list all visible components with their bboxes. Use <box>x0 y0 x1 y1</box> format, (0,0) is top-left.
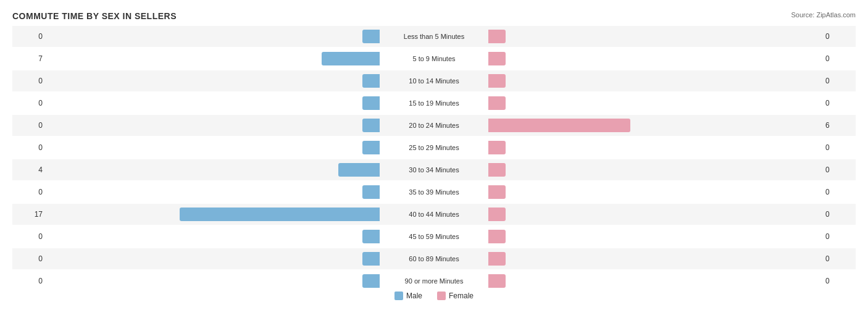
male-bar <box>362 274 380 288</box>
female-bar <box>488 252 506 266</box>
chart-row: 015 to 19 Minutes0 <box>12 93 856 114</box>
bar-label: 35 to 39 Minutes <box>409 188 459 196</box>
female-bar <box>488 74 506 88</box>
female-bar <box>488 52 506 65</box>
female-value: 0 <box>822 166 856 174</box>
chart-row: 0Less than 5 Minutes0 <box>12 26 856 47</box>
bar-label: 90 or more Minutes <box>405 277 464 285</box>
chart-container: COMMUTE TIME BY SEX IN SELLERS Source: Z… <box>0 0 868 323</box>
chart-row: 010 to 14 Minutes0 <box>12 70 856 91</box>
bar-label: 45 to 59 Minutes <box>409 233 459 240</box>
female-value: 0 <box>822 254 856 263</box>
female-value: 0 <box>822 54 856 63</box>
bar-section: 10 to 14 Minutes <box>46 70 822 91</box>
chart-row: 1740 to 44 Minutes0 <box>12 204 856 225</box>
bar-section: 25 to 29 Minutes <box>46 137 822 158</box>
male-bar <box>180 208 380 221</box>
chart-area: 0Less than 5 Minutes075 to 9 Minutes0010… <box>12 26 856 279</box>
female-value: 0 <box>822 210 856 219</box>
male-bar <box>362 30 380 43</box>
bar-section: 35 to 39 Minutes <box>46 182 822 203</box>
male-bar <box>362 96 380 110</box>
female-bar <box>488 141 506 154</box>
chart-row: 045 to 59 Minutes0 <box>12 226 856 247</box>
legend-male-box <box>394 292 403 300</box>
male-value: 0 <box>12 121 46 130</box>
female-bar <box>488 119 630 132</box>
male-value: 0 <box>12 143 46 152</box>
chart-row: 060 to 89 Minutes0 <box>12 248 856 269</box>
bar-label: 25 to 29 Minutes <box>409 144 459 151</box>
male-bar <box>362 252 380 266</box>
male-bar <box>362 185 380 199</box>
bar-section: 5 to 9 Minutes <box>46 48 822 69</box>
female-value: 0 <box>822 77 856 85</box>
bar-label: 20 to 24 Minutes <box>409 122 459 129</box>
bar-label: 10 to 14 Minutes <box>409 77 459 85</box>
bar-section: 45 to 59 Minutes <box>46 226 822 247</box>
bar-label: Less than 5 Minutes <box>404 33 464 40</box>
chart-row: 090 or more Minutes0 <box>12 271 856 292</box>
female-value: 0 <box>822 232 856 241</box>
legend-male-label: Male <box>406 292 422 300</box>
female-value: 6 <box>822 121 856 130</box>
male-bar <box>362 141 380 154</box>
male-value: 0 <box>12 99 46 107</box>
female-value: 0 <box>822 32 856 41</box>
female-bar <box>488 163 506 177</box>
female-value: 0 <box>822 277 856 285</box>
source-label: Source: ZipAtlas.com <box>791 11 856 19</box>
male-bar <box>362 230 380 243</box>
bar-section: 30 to 34 Minutes <box>46 159 822 180</box>
legend-female-box <box>437 292 446 300</box>
chart-row: 025 to 29 Minutes0 <box>12 137 856 158</box>
female-value: 0 <box>822 99 856 107</box>
bar-section: 20 to 24 Minutes <box>46 115 822 136</box>
female-bar-wrap <box>434 119 630 132</box>
bar-section: 40 to 44 Minutes <box>46 204 822 225</box>
legend: Male Female <box>12 292 856 300</box>
female-bar <box>488 208 506 221</box>
chart-row: 430 to 34 Minutes0 <box>12 159 856 180</box>
female-bar <box>488 30 506 43</box>
male-value: 0 <box>12 77 46 85</box>
bar-section: 60 to 89 Minutes <box>46 248 822 269</box>
female-bar <box>488 185 506 199</box>
female-value: 0 <box>822 188 856 196</box>
female-bar <box>488 96 506 110</box>
male-value: 0 <box>12 277 46 285</box>
male-bar <box>362 74 380 88</box>
chart-row: 75 to 9 Minutes0 <box>12 48 856 69</box>
male-bar-wrap <box>180 208 434 221</box>
legend-female: Female <box>437 292 474 300</box>
male-value: 4 <box>12 166 46 174</box>
male-bar <box>322 52 380 65</box>
female-bar <box>488 230 506 243</box>
bar-label: 15 to 19 Minutes <box>409 99 459 107</box>
male-value: 0 <box>12 254 46 263</box>
bar-label: 40 to 44 Minutes <box>409 211 459 218</box>
male-value: 0 <box>12 188 46 196</box>
legend-male: Male <box>394 292 422 300</box>
chart-row: 035 to 39 Minutes0 <box>12 182 856 203</box>
bar-section: Less than 5 Minutes <box>46 26 822 47</box>
male-bar <box>338 163 380 177</box>
chart-title: COMMUTE TIME BY SEX IN SELLERS <box>12 11 856 21</box>
male-value: 7 <box>12 54 46 63</box>
male-value: 17 <box>12 210 46 219</box>
male-value: 0 <box>12 32 46 41</box>
bar-section: 90 or more Minutes <box>46 271 822 292</box>
male-value: 0 <box>12 232 46 241</box>
female-value: 0 <box>822 143 856 152</box>
bar-label: 5 to 9 Minutes <box>412 55 455 62</box>
chart-row: 020 to 24 Minutes6 <box>12 115 856 136</box>
female-bar <box>488 274 506 288</box>
male-bar <box>362 119 380 132</box>
bar-label: 60 to 89 Minutes <box>409 255 459 262</box>
legend-female-label: Female <box>449 292 474 300</box>
bar-label: 30 to 34 Minutes <box>409 166 459 174</box>
bar-section: 15 to 19 Minutes <box>46 93 822 114</box>
